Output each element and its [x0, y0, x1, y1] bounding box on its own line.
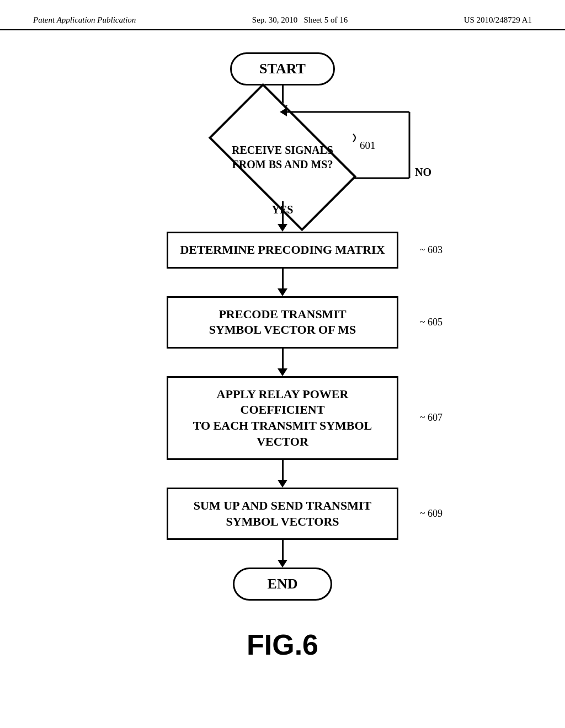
sheet: Sheet 5 of 16: [304, 15, 348, 24]
box-603: DETERMINE PRECODING MATRIX: [167, 232, 398, 269]
end-box: END: [233, 568, 332, 601]
figure-caption: FIG.6: [247, 628, 318, 661]
start-box: START: [230, 52, 335, 85]
node-607: APPLY RELAY POWER COEFFICIENTTO EACH TRA…: [167, 376, 398, 460]
arrow-603-to-605: [278, 269, 287, 296]
date: Sep. 30, 2010: [252, 15, 298, 24]
patent-number: US 2010/248729 A1: [464, 15, 532, 25]
flowchart: START RECEIVE SIGNALSFROM BS AND MS?: [89, 52, 476, 601]
arrow-609-to-end: [278, 540, 287, 568]
node-603: DETERMINE PRECODING MATRIX ~ 603: [167, 232, 398, 269]
date-sheet: Sep. 30, 2010 Sheet 5 of 16: [252, 15, 348, 25]
yes-label: YES: [272, 204, 294, 216]
page-header: Patent Application Publication Sep. 30, …: [0, 0, 565, 30]
node-609: SUM UP AND SEND TRANSMITSYMBOL VECTORS ~…: [167, 488, 398, 540]
diagram-area: NO 601 START RECEIVE SIGNALSFROM BS AND …: [0, 30, 565, 661]
diamond-601: RECEIVE SIGNALSFROM BS AND MS?: [200, 113, 365, 201]
ref-605: ~ 605: [420, 317, 443, 328]
flowchart-wrapper: NO 601 START RECEIVE SIGNALSFROM BS AND …: [89, 52, 476, 601]
arrow-605-to-607: [278, 349, 287, 376]
decision-601: RECEIVE SIGNALSFROM BS AND MS?: [200, 113, 365, 201]
arrow-yes: YES: [278, 201, 287, 232]
ref-603: ~ 603: [420, 244, 443, 256]
ref-607: ~ 607: [420, 412, 443, 424]
publication-label: Patent Application Publication: [33, 15, 136, 25]
box-607: APPLY RELAY POWER COEFFICIENTTO EACH TRA…: [167, 376, 398, 460]
box-605: PRECODE TRANSMITSYMBOL VECTOR OF MS: [167, 296, 398, 349]
ref-609: ~ 609: [420, 508, 443, 520]
arrow-607-to-609: [278, 460, 287, 488]
diamond-text-601: RECEIVE SIGNALSFROM BS AND MS?: [232, 143, 333, 172]
start-node: START: [230, 52, 335, 85]
node-605: PRECODE TRANSMITSYMBOL VECTOR OF MS ~ 60…: [167, 296, 398, 349]
end-node: END: [233, 568, 332, 601]
box-609: SUM UP AND SEND TRANSMITSYMBOL VECTORS: [167, 488, 398, 540]
